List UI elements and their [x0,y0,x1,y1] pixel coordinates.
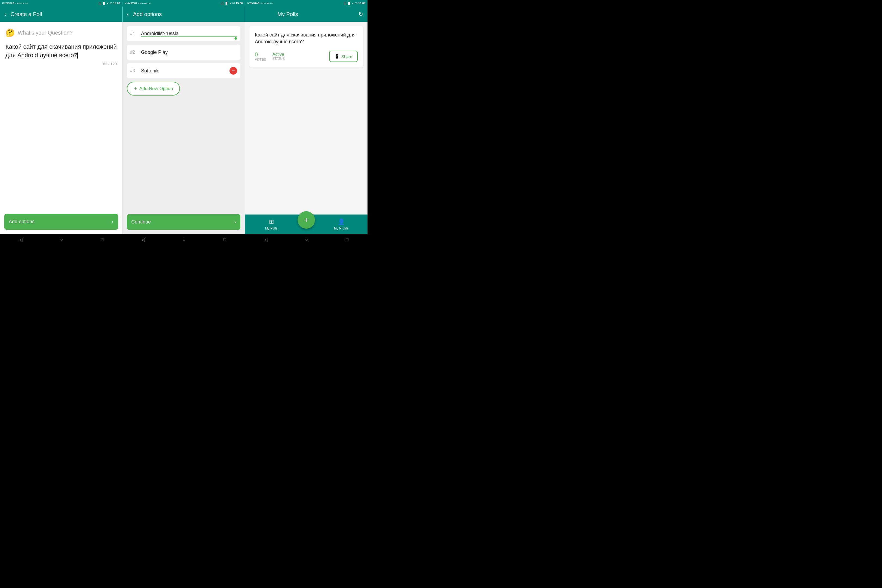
carrier-3: KYIVSTAR [248,2,260,4]
back-button-2[interactable]: ‹ [127,11,129,17]
panel3-header: My Polls ↻ [245,6,368,22]
plus-icon: + [134,86,137,92]
my-profile-label: My Profile [334,226,348,230]
battery-1: 83 [110,2,112,4]
headphone-icon-1: 🎧 [98,2,101,5]
option-number-2: #2 [130,50,138,55]
carrier-1: KYIVSTAR [2,2,14,4]
continue-button[interactable]: Continue › [127,214,240,230]
share-label: Share [341,54,352,59]
time-2: 15:06 [236,2,243,5]
time-1: 15:06 [113,2,120,5]
poll-question: Какой сайт для скачивания приложений для… [255,32,358,45]
question-hint: 🤔 What's your Question? [6,28,117,37]
recent-system-btn-2[interactable]: □ [224,237,226,242]
home-system-btn-3[interactable]: ○ [305,237,308,242]
back-system-btn-3[interactable]: ◁ [264,237,267,242]
battery-3: 83 [355,2,357,4]
recent-system-btn-1[interactable]: □ [101,237,104,242]
panel2-title: Add options [133,11,162,17]
my-profile-nav[interactable]: 👤 My Profile [315,218,368,230]
votes-count: 0 [255,51,266,58]
wifi-icon-2: ▲ [229,2,231,4]
option-item-1: #1 [127,26,240,41]
char-count: 62 / 120 [6,62,117,66]
system-nav-section-3: ◁ ○ □ [245,237,368,242]
option-number-1: #1 [130,31,138,36]
system-nav-section-2: ◁ ○ □ [123,237,245,242]
option-input-2[interactable] [141,50,237,55]
system-nav-section-1: ◁ ○ □ [0,237,123,242]
wifi-icon-3: ▲ [351,2,354,4]
poll-votes: 0 VOTES [255,51,266,62]
question-input-area[interactable]: Какой сайт для скачивания приложений для… [6,43,117,60]
poll-status: Active STATUS [273,52,285,61]
text-cursor [77,52,78,58]
my-polls-nav[interactable]: ⊞ My Polls [245,218,297,230]
question-text-content: Какой сайт для скачивания приложений для… [6,43,117,58]
option-item-3: #3 − [127,63,240,78]
fab-plus-icon: + [304,215,309,225]
option-input-3[interactable] [141,68,230,74]
option-item-2: #2 [127,45,240,60]
remove-option-3-button[interactable]: − [230,67,237,75]
panel2-header: ‹ Add options [123,6,245,22]
bottom-nav: ⊞ My Polls + 👤 My Profile [245,214,368,234]
add-new-option-button[interactable]: + Add New Option [127,82,180,96]
network-1: Vodafone UA [15,2,28,4]
home-system-btn-2[interactable]: ○ [183,237,185,242]
panel1-header: ‹ Create a Poll [0,6,122,22]
continue-label: Continue [131,219,151,225]
signal-icons-2: ▐▌ [225,2,228,4]
back-system-btn-1[interactable]: ◁ [19,237,22,242]
cursor-indicator-1 [234,36,237,40]
poll-card: Какой сайт для скачивания приложений для… [249,26,363,68]
add-new-option-label: Add New Option [140,86,173,92]
carrier-2: KYIVSTAR [124,2,137,4]
signal-icons-3: ▐▌ [347,2,351,4]
question-hint-text: What's your Question? [18,30,73,36]
panel3-title: My Polls [278,11,298,17]
add-options-arrow: › [112,219,114,225]
back-button-1[interactable]: ‹ [4,11,6,17]
option-number-3: #3 [130,68,138,73]
network-3: Vodafone UA [261,2,273,4]
time-3: 15:08 [358,2,365,5]
question-emoji: 🤔 [6,28,15,37]
wifi-icon-1: ▲ [106,2,109,4]
votes-label: VOTES [255,58,266,62]
person-icon: 👤 [338,218,345,225]
status-label: STATUS [273,57,285,61]
whatsapp-icon: 📱 [334,54,340,59]
battery-2: 83 [232,2,235,4]
panel1-title: Create a Poll [10,11,42,17]
my-polls-label: My Polls [265,226,278,230]
share-button[interactable]: 📱 Share [329,51,358,62]
continue-arrow: › [234,219,236,225]
add-options-button[interactable]: Add options › [4,214,118,230]
network-2: Vodafone UA [138,2,150,4]
status-value: Active [273,52,285,57]
add-options-label: Add options [9,219,34,225]
back-system-btn-2[interactable]: ◁ [141,237,145,242]
headphone-icon-2: 🎧 [220,2,224,5]
system-nav-bar: ◁ ○ □ ◁ ○ □ ◁ ○ □ [0,234,368,245]
refresh-button[interactable]: ↻ [358,11,363,17]
poll-stats: 0 VOTES Active STATUS 📱 Share [255,51,358,62]
signal-icons-1: ▐▌ [102,2,106,4]
fab-button[interactable]: + [297,211,315,229]
headphone-icon-3: 🎧 [343,2,346,5]
panel3-content: Какой сайт для скачивания приложений для… [245,22,368,214]
option-input-1[interactable] [141,31,237,37]
grid-icon: ⊞ [269,218,274,225]
home-system-btn-1[interactable]: ○ [60,237,63,242]
recent-system-btn-3[interactable]: □ [346,237,349,242]
